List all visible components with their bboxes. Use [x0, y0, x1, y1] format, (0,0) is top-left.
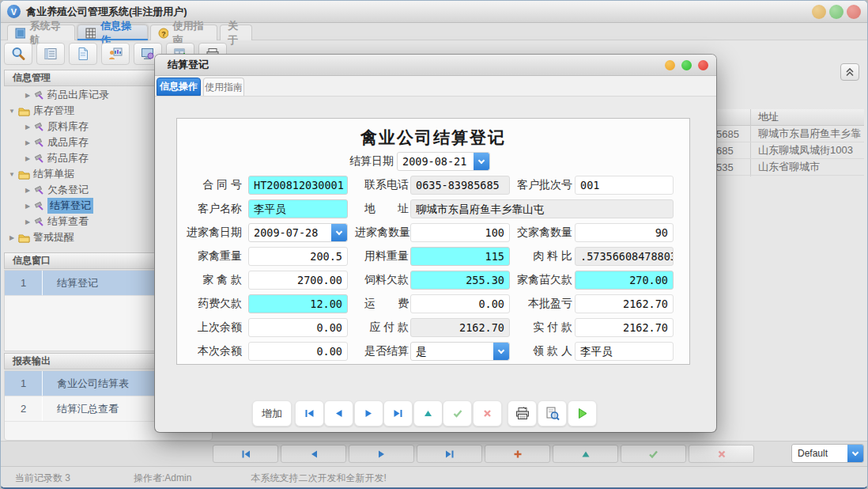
edit-record-button[interactable] [413, 400, 443, 426]
expander-expanded-icon[interactable]: ▼ [7, 108, 17, 115]
settle-date-dropdown[interactable]: 2009-08-21 [397, 152, 490, 171]
tree-item-drug-inventory[interactable]: ▶ 药品库存 [4, 150, 155, 166]
cell-phone-partial: 685 [716, 145, 749, 157]
current-balance-field[interactable]: 0.00 [248, 342, 348, 361]
document-button[interactable] [69, 43, 97, 65]
dialog-tab-info-operation[interactable]: 信息操作 [157, 78, 201, 96]
status-message: 本系统支持二次开发和全新开发! [251, 472, 386, 485]
nav-first-button[interactable] [213, 445, 278, 463]
profile-select[interactable]: Default [791, 444, 864, 463]
dialog-close-button[interactable] [698, 60, 708, 70]
chevron-down-icon[interactable] [474, 153, 489, 170]
batch-profit-field[interactable]: 2162.70 [575, 294, 674, 313]
contract-no-field[interactable]: HT200812030001 [248, 176, 348, 195]
dialog-title: 结算登记 [168, 58, 209, 72]
settlement-form: 禽业公司结算登记 结算日期 2009-08-21 合 同 号 HT2008120… [176, 118, 690, 365]
chevron-down-icon[interactable] [331, 224, 347, 241]
freight-field[interactable]: 0.00 [410, 294, 510, 313]
table-row[interactable]: 535 山东省聊城市 [716, 159, 864, 176]
last-record-button[interactable] [383, 400, 413, 426]
customer-name-field[interactable]: 李平员 [248, 199, 348, 218]
collapse-panel-button[interactable] [840, 63, 859, 81]
customer-batch-field[interactable]: 001 [575, 176, 674, 195]
chevron-down-icon[interactable] [493, 343, 509, 360]
cell-address: 山东聊城凤城街1003 [749, 143, 853, 157]
maximize-button[interactable] [829, 5, 843, 19]
nav-prev-button[interactable] [281, 445, 346, 463]
tree-folder-settlement-docs[interactable]: ▼ 结算单据 [4, 166, 155, 182]
dialog-tab-user-guide[interactable]: 使用指南 [203, 78, 244, 96]
next-record-button[interactable] [354, 400, 383, 426]
expander-collapsed-icon[interactable]: ▶ [23, 139, 32, 146]
in-date-dropdown[interactable]: 2009-07-28 [248, 223, 348, 242]
expander-collapsed-icon[interactable]: ▶ [23, 218, 32, 226]
expander-collapsed-icon[interactable]: ▶ [23, 155, 32, 162]
poultry-weight-field[interactable]: 200.5 [248, 247, 348, 266]
table-row[interactable]: 685 山东聊城凤城街1003 [716, 142, 864, 159]
expander-collapsed-icon[interactable]: ▶ [23, 187, 32, 194]
expander-collapsed-icon[interactable]: ▶ [23, 203, 32, 210]
delivered-qty-field[interactable]: 90 [575, 223, 674, 242]
expander-collapsed-icon[interactable]: ▶ [7, 234, 17, 241]
expander-collapsed-icon[interactable]: ▶ [23, 92, 32, 99]
tree-item-settlement-registration[interactable]: ▶ 结算登记 [4, 198, 155, 214]
user-report-button[interactable] [101, 43, 130, 65]
tab-system-nav[interactable]: 系统导航 [7, 25, 75, 40]
delivered-qty-label: 交家禽数量 [515, 226, 572, 240]
first-record-button[interactable] [295, 400, 324, 426]
settled-label: 是否结算 [355, 344, 409, 358]
chevron-down-icon[interactable] [847, 445, 863, 462]
active-tab-underline [77, 39, 148, 40]
nav-last-button[interactable] [417, 445, 482, 463]
medicine-debt-field[interactable]: 12.00 [248, 294, 348, 313]
preview-button[interactable] [538, 400, 567, 426]
poultry-weight-label: 家禽重量 [183, 249, 242, 263]
expander-collapsed-icon[interactable]: ▶ [23, 123, 32, 131]
minimize-button[interactable] [812, 5, 826, 19]
cell-address: 山东省聊城市 [749, 160, 820, 174]
feed-debt-field[interactable]: 255.30 [410, 271, 510, 290]
dialog-titlebar: 结算登记 [155, 55, 716, 76]
nav-next-button[interactable] [349, 445, 414, 463]
actual-paid-field[interactable]: 2162.70 [575, 318, 674, 337]
feed-weight-field[interactable]: 115 [410, 247, 510, 266]
tab-info-operation[interactable]: 信息操作 [77, 25, 148, 40]
tree-item-drug-outbound-records[interactable]: ▶ 药品出库记录 [4, 87, 155, 103]
tab-about[interactable]: 关于 [220, 25, 252, 40]
cancel-button[interactable] [473, 400, 502, 426]
tree-folder-alert-reminder[interactable]: ▶ 警戒提醒 [4, 229, 155, 245]
print-button[interactable] [508, 400, 537, 426]
poultry-amount-field[interactable]: 2700.00 [248, 271, 348, 290]
tree-item-label: 原料库存 [47, 119, 89, 134]
expander-expanded-icon[interactable]: ▼ [7, 171, 17, 178]
tree-folder-inventory-mgmt[interactable]: ▼ 库存管理 [4, 103, 155, 119]
dialog-minimize-button[interactable] [665, 60, 675, 70]
tree-item-settlement-view[interactable]: ▶ 结算查看 [4, 214, 155, 229]
in-qty-field[interactable]: 100 [410, 223, 510, 242]
chick-debt-label: 家禽苗欠款 [515, 273, 572, 287]
settled-dropdown[interactable]: 是 [410, 342, 510, 361]
table-row[interactable]: 5685 聊城市东昌府鱼丰乡靠 [716, 126, 864, 142]
run-button[interactable] [568, 400, 597, 426]
add-button[interactable]: 增加 [252, 400, 292, 426]
dialog-maximize-button[interactable] [681, 60, 692, 70]
nav-edit-button[interactable] [553, 445, 618, 463]
tree-item-finished-goods-inventory[interactable]: ▶ 成品库存 [4, 135, 155, 150]
printer-icon [515, 406, 530, 422]
tree-item-label: 药品库存 [47, 151, 89, 165]
close-button[interactable] [847, 5, 861, 19]
nav-cancel-button[interactable] [689, 445, 754, 463]
prev-balance-field[interactable]: 0.00 [248, 318, 348, 337]
chick-debt-field[interactable]: 270.00 [575, 271, 674, 290]
data-list-button[interactable] [36, 43, 65, 65]
nav-confirm-button[interactable] [621, 445, 686, 463]
cell-phone-partial: 5685 [716, 128, 749, 140]
payee-field[interactable]: 李平员 [575, 342, 674, 361]
tree-item-iou-registration[interactable]: ▶ 欠条登记 [4, 182, 155, 198]
search-button[interactable] [4, 43, 32, 65]
confirm-button[interactable] [443, 400, 472, 426]
prev-record-button[interactable] [324, 400, 353, 426]
nav-add-button[interactable] [485, 445, 550, 463]
tree-item-raw-material-inventory[interactable]: ▶ 原料库存 [4, 119, 155, 135]
tab-user-guide[interactable]: ? 使用指南 [150, 25, 217, 40]
